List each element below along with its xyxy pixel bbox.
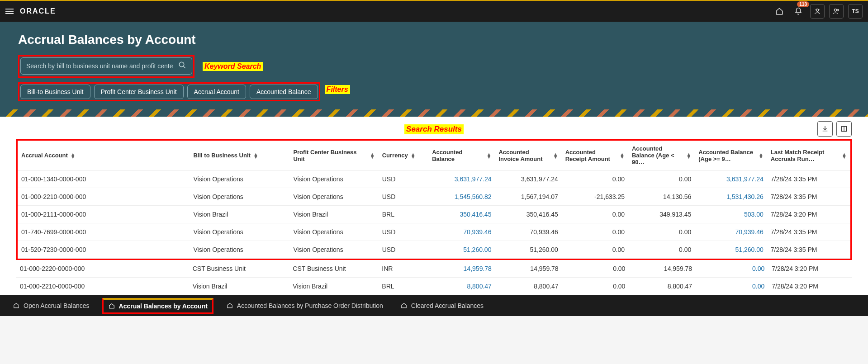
link-cell[interactable]: 70,939.46 <box>463 228 491 236</box>
cell-bal: 70,939.46 <box>428 223 495 241</box>
bottom-tabs: Open Accrual BalancesAccrual Balances by… <box>0 295 868 316</box>
topbar-right: 113 TS <box>772 4 863 19</box>
link-cell[interactable]: 350,416.45 <box>460 211 491 218</box>
sort-icon[interactable]: ▲▼ <box>71 153 76 158</box>
cell-currency: INR <box>378 260 428 278</box>
cell-rcptamt: 0.00 <box>562 260 629 278</box>
column-header[interactable]: Accrual Account▲▼ <box>18 141 190 170</box>
filter-chip[interactable]: Accounted Balance <box>250 85 318 99</box>
column-header[interactable]: Accounted Balance▲▼ <box>428 141 495 170</box>
cell-currency: USD <box>379 223 428 241</box>
cell-billto: Vision Operations <box>190 241 289 259</box>
search-input[interactable] <box>26 62 178 70</box>
link-cell[interactable]: 1,545,560.82 <box>455 193 492 200</box>
table-row[interactable]: 01-000-1340-0000-000Vision OperationsVis… <box>18 170 850 188</box>
link-cell[interactable]: 14,959.78 <box>464 265 492 272</box>
cell-lastrun: 7/28/24 3:20 PM <box>768 260 852 278</box>
link-cell[interactable]: 51,260.00 <box>463 246 491 253</box>
cell-lt90: 14,959.78 <box>629 260 696 278</box>
link-cell[interactable]: 8,800.47 <box>467 283 492 290</box>
bottom-tab[interactable]: Accounted Balances by Purchase Order Dis… <box>222 298 388 313</box>
search-icon[interactable] <box>178 61 186 71</box>
table-row[interactable]: 01-000-2111-0000-000Vision BrazilVision … <box>18 206 850 223</box>
cell-lastrun: 7/28/24 3:35 PM <box>767 170 850 188</box>
table-row[interactable]: 01-000-2220-0000-000CST Business UnitCST… <box>16 260 852 278</box>
sort-icon[interactable]: ▲▼ <box>686 153 691 158</box>
bottom-tab-label: Cleared Accrual Balances <box>411 302 484 309</box>
download-icon[interactable] <box>817 121 833 137</box>
bottom-tab[interactable]: Accrual Balances by Account <box>102 298 213 314</box>
avatar[interactable]: TS <box>848 4 863 19</box>
filters-annotation-box: Bill-to Business UnitProfit Center Busin… <box>18 82 320 101</box>
cell-rcptamt: 0.00 <box>562 206 628 223</box>
sort-icon[interactable]: ▲▼ <box>253 153 258 158</box>
cell-ge90: 0.00 <box>696 278 768 295</box>
bottom-tab[interactable]: Cleared Accrual Balances <box>396 298 488 313</box>
table-row[interactable]: 01-000-2210-0000-000Vision OperationsVis… <box>18 188 850 206</box>
cell-invamt: 1,567,194.07 <box>495 188 561 206</box>
cell-ge90: 0.00 <box>696 260 768 278</box>
link-cell[interactable]: 3,631,977.24 <box>455 175 492 183</box>
person-icon[interactable] <box>810 4 825 19</box>
hero-section: Accrual Balances by Account Keyword Sear… <box>0 22 868 109</box>
person-off-icon[interactable] <box>829 4 844 19</box>
cell-invamt: 51,260.00 <box>495 241 561 259</box>
column-header[interactable]: Accounted Receipt Amount▲▼ <box>562 141 628 170</box>
cell-acct: 01-520-7230-0000-000 <box>18 241 190 259</box>
cell-bal: 8,800.47 <box>428 278 495 295</box>
cell-ge90: 3,631,977.24 <box>695 170 767 188</box>
sort-icon[interactable]: ▲▼ <box>842 153 847 158</box>
cell-acct: 01-000-2210-0000-000 <box>18 188 190 206</box>
search-box[interactable] <box>20 57 192 75</box>
column-label: Bill to Business Unit <box>193 152 250 159</box>
column-header[interactable]: Accounted Invoice Amount▲▼ <box>495 141 561 170</box>
cell-bal: 1,545,560.82 <box>428 188 495 206</box>
cell-billto: Vision Brazil <box>190 206 289 223</box>
sort-icon[interactable]: ▲▼ <box>370 153 375 158</box>
table-row[interactable]: 01-740-7699-0000-000Vision OperationsVis… <box>18 223 850 241</box>
cell-acct: 01-000-2220-0000-000 <box>16 260 189 278</box>
bottom-tab[interactable]: Open Accrual Balances <box>8 298 94 313</box>
search-annotation-box <box>18 55 194 78</box>
column-header[interactable]: Currency▲▼ <box>379 141 428 170</box>
annotation-search-results: Search Results <box>404 124 464 134</box>
filter-chip[interactable]: Profit Center Business Unit <box>94 85 184 99</box>
hamburger-menu[interactable] <box>5 9 14 14</box>
column-header[interactable]: Profit Center Business Unit▲▼ <box>289 141 378 170</box>
notification-badge: 113 <box>797 1 809 7</box>
sort-icon[interactable]: ▲▼ <box>759 153 764 158</box>
cell-acct: 01-000-2111-0000-000 <box>18 206 190 223</box>
sort-icon[interactable]: ▲▼ <box>620 153 625 158</box>
column-header[interactable]: Accounted Balance (Age < 90…▲▼ <box>628 141 695 170</box>
table-row[interactable]: 01-000-2210-0000-000Vision BrazilVision … <box>16 278 852 295</box>
column-label: Accounted Balance <box>432 149 484 162</box>
table-row[interactable]: 01-520-7230-0000-000Vision OperationsVis… <box>18 241 850 259</box>
cell-lt90: 8,800.47 <box>629 278 696 295</box>
cell-ge90: 51,260.00 <box>695 241 767 259</box>
results-table-box: Accrual Account▲▼Bill to Business Unit▲▼… <box>16 139 852 260</box>
column-label: Last Match Receipt Accruals Run… <box>771 149 839 162</box>
cell-lt90: 0.00 <box>628 170 695 188</box>
link-cell[interactable]: 70,939.46 <box>735 228 764 236</box>
link-cell[interactable]: 503.00 <box>744 211 764 218</box>
link-cell[interactable]: 0.00 <box>752 265 764 272</box>
link-cell[interactable]: 51,260.00 <box>735 246 764 253</box>
svg-point-2 <box>837 9 839 11</box>
column-label: Accounted Balance (Age < 90… <box>632 145 683 165</box>
column-header[interactable]: Accounted Balance (Age >= 9…▲▼ <box>695 141 767 170</box>
sort-icon[interactable]: ▲▼ <box>553 153 558 158</box>
link-cell[interactable]: 3,631,977.24 <box>726 175 764 183</box>
cell-invamt: 350,416.45 <box>495 206 561 223</box>
sort-icon[interactable]: ▲▼ <box>411 153 416 158</box>
home-icon[interactable] <box>772 4 787 19</box>
filter-chip[interactable]: Bill-to Business Unit <box>20 85 90 99</box>
column-header[interactable]: Bill to Business Unit▲▼ <box>190 141 289 170</box>
link-cell[interactable]: 1,531,430.26 <box>726 193 764 200</box>
link-cell[interactable]: 0.00 <box>752 283 764 290</box>
filter-chip[interactable]: Accrual Account <box>187 85 246 99</box>
notifications-button[interactable]: 113 <box>791 4 806 19</box>
columns-icon[interactable] <box>836 121 852 137</box>
cell-profit: Vision Operations <box>289 223 378 241</box>
column-header[interactable]: Last Match Receipt Accruals Run…▲▼ <box>767 141 850 170</box>
sort-icon[interactable]: ▲▼ <box>487 153 492 158</box>
